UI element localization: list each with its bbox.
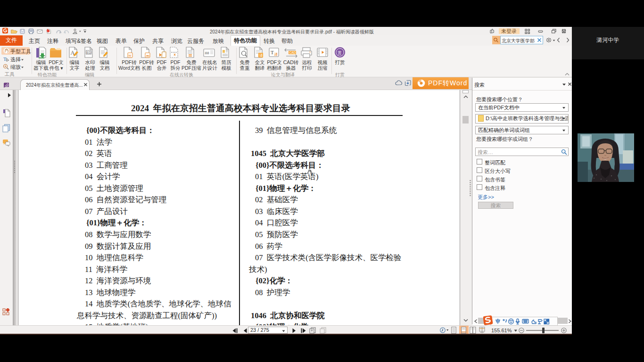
svg-text:T: T: [271, 49, 274, 55]
svg-text:ED: ED: [87, 51, 91, 54]
svg-text:赏: 赏: [338, 50, 342, 55]
svg-text:w: w: [128, 53, 132, 58]
svg-text:未登录: 未登录: [501, 28, 517, 34]
svg-text:译: 译: [274, 52, 278, 57]
svg-text:CAD: CAD: [289, 51, 296, 54]
svg-text:译: 译: [259, 53, 263, 58]
svg-text:88: 88: [205, 51, 209, 55]
